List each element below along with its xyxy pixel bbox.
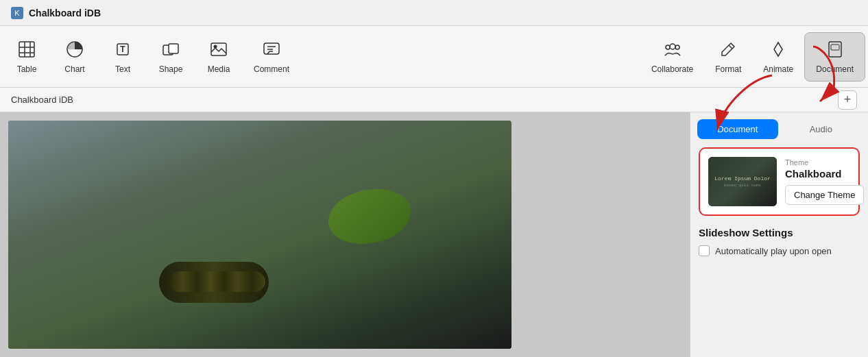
media-icon (209, 40, 228, 62)
text-label: Text (115, 64, 130, 74)
theme-label: Theme (785, 158, 864, 167)
theme-name: Chalkboard (785, 168, 864, 180)
toolbar-left: Table Chart T Text (3, 32, 300, 82)
toolbar-item-document[interactable]: Document (804, 32, 865, 82)
breadcrumb: Chalkboard iDB (11, 95, 73, 105)
toolbar-item-shape[interactable]: Shape (147, 32, 195, 82)
toolbar-right: Collaborate Format Animate (640, 32, 865, 82)
svg-text:T: T (120, 45, 125, 54)
app-title: Chalkboard iDB (29, 8, 101, 19)
toolbar-item-collaborate[interactable]: Collaborate (640, 32, 704, 82)
add-slide-button[interactable]: + (838, 90, 857, 110)
theme-thumbnail-text: Lorem Ipsum Dolor bonec quis nunc (714, 175, 771, 188)
document-label: Document (816, 64, 854, 74)
slide-image (8, 121, 511, 349)
breadcrumb-bar: Chalkboard iDB + (0, 88, 868, 112)
thumbnail-line2: bonec quis nunc (714, 183, 771, 188)
table-icon (17, 40, 36, 62)
svg-point-17 (675, 45, 679, 49)
panel-content: Lorem Ipsum Dolor bonec quis nunc Theme … (690, 139, 868, 357)
toolbar: Table Chart T Text (0, 26, 868, 88)
comment-label: Comment (254, 64, 289, 74)
autoplay-label: Automatically play upon open (715, 246, 832, 256)
svg-rect-12 (264, 43, 279, 54)
svg-rect-20 (831, 45, 839, 50)
format-icon (719, 40, 738, 62)
toolbar-item-text[interactable]: T Text (99, 32, 147, 82)
theme-inner: Lorem Ipsum Dolor bonec quis nunc Theme … (708, 157, 850, 206)
animate-label: Animate (763, 64, 793, 74)
toolbar-item-comment[interactable]: Comment (243, 32, 300, 82)
document-icon (825, 40, 845, 62)
text-icon: T (113, 40, 132, 62)
change-theme-button[interactable]: Change Theme (785, 185, 864, 205)
right-panel: Document Audio Lorem Ipsum Dolor bonec q… (690, 112, 868, 357)
main-content: Document Audio Lorem Ipsum Dolor bonec q… (0, 112, 868, 357)
theme-thumbnail: Lorem Ipsum Dolor bonec quis nunc (708, 157, 777, 206)
plus-icon: + (844, 93, 852, 107)
thumbnail-line1: Lorem Ipsum Dolor (714, 175, 771, 182)
toolbar-item-media[interactable]: Media (195, 32, 243, 82)
media-label: Media (208, 64, 230, 74)
collaborate-icon (663, 40, 682, 62)
collaborate-label: Collaborate (651, 64, 693, 74)
panel-tabs: Document Audio (690, 112, 868, 139)
slideshow-settings-title: Slideshow Settings (699, 227, 860, 238)
app-icon-letter: K (14, 9, 19, 17)
chart-icon (65, 40, 84, 62)
shape-icon (161, 40, 180, 62)
tab-document[interactable]: Document (697, 119, 778, 139)
chart-label: Chart (64, 64, 84, 74)
svg-line-18 (729, 45, 732, 49)
table-label: Table (17, 64, 37, 74)
svg-point-15 (670, 44, 675, 49)
app-icon: K (11, 7, 23, 19)
canvas-area (0, 112, 690, 357)
autoplay-checkbox[interactable] (699, 245, 710, 256)
toolbar-item-table[interactable]: Table (3, 32, 51, 82)
svg-point-16 (666, 45, 670, 49)
svg-rect-0 (19, 42, 34, 57)
toolbar-item-chart[interactable]: Chart (51, 32, 99, 82)
format-label: Format (715, 64, 741, 74)
theme-section: Lorem Ipsum Dolor bonec quis nunc Theme … (699, 147, 860, 216)
toolbar-item-format[interactable]: Format (704, 32, 752, 82)
slide-canvas[interactable] (8, 121, 511, 349)
shape-label: Shape (159, 64, 183, 74)
comment-icon (262, 40, 281, 62)
svg-rect-9 (169, 44, 178, 53)
animate-icon (769, 40, 788, 62)
svg-point-11 (214, 45, 217, 48)
tab-audio[interactable]: Audio (781, 119, 862, 139)
slideshow-settings: Slideshow Settings Automatically play up… (699, 227, 860, 256)
theme-info: Theme Chalkboard Change Theme (785, 158, 864, 205)
settings-row-autoplay: Automatically play upon open (699, 245, 860, 256)
title-bar: K Chalkboard iDB (0, 0, 868, 26)
toolbar-item-animate[interactable]: Animate (752, 32, 804, 82)
